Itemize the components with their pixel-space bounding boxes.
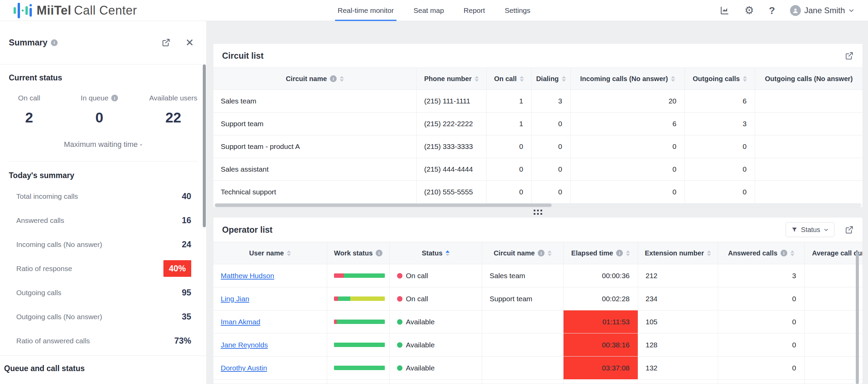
stat-row: Answered calls 16	[0, 208, 206, 232]
status-filter-button[interactable]: Status	[786, 222, 834, 237]
summary-info-icon[interactable]: i	[51, 39, 58, 46]
user-link[interactable]: Dorothy Austin	[221, 364, 267, 372]
summary-header: Summary i ✕	[0, 21, 206, 64]
col-header-incoming-no-answer[interactable]: Incoming calls (No answer)	[571, 68, 685, 90]
col-header-work-status[interactable]: Work status i	[327, 242, 390, 264]
circuit-list-popout-icon[interactable]	[845, 51, 854, 60]
circuit-row: Support team (215) 222-2222 1 0 6 3	[213, 112, 863, 135]
operator-vertical-scrollbar[interactable]	[856, 252, 859, 384]
status-dot	[397, 319, 402, 325]
col-header-average-call-duration[interactable]: Average call duration	[805, 242, 863, 264]
user-name: Jane Smith	[804, 6, 845, 15]
work-status-bar	[334, 296, 385, 301]
elapsed-time-cell: 00:02:28	[564, 287, 638, 310]
stat-row: Total incoming calls 40	[0, 184, 206, 208]
user-link[interactable]: Jane Reynolds	[221, 341, 268, 349]
tab-report[interactable]: Report	[463, 0, 485, 21]
settings-gear-icon[interactable]: ⚙	[745, 4, 754, 17]
waveform-logo-icon	[14, 2, 32, 19]
summary-sidebar: Summary i ✕ Current status On call 2 In …	[0, 21, 206, 384]
metric-on-call: On call 2	[9, 94, 50, 126]
chevron-down-icon	[824, 227, 829, 232]
answered-calls-info-icon[interactable]: i	[781, 250, 787, 256]
circuit-list-header: Circuit list	[213, 44, 863, 68]
operator-row: Dorothy Austin Available 03:37:08 132 0	[213, 356, 863, 379]
col-header-on-call[interactable]: On call	[487, 68, 532, 90]
col-header-status[interactable]: Status	[390, 242, 482, 264]
user-link[interactable]: Ling Jian	[221, 295, 249, 303]
operator-row: Jane Reynolds Available 00:38:16 128 0	[213, 333, 863, 356]
summary-content: Current status On call 2 In queuei 0 Ava…	[0, 64, 206, 373]
in-queue-info-icon[interactable]: i	[111, 95, 118, 101]
circuit-row: Technical support (210) 555-5555 0 0 0 0	[213, 180, 863, 203]
summary-close-icon[interactable]: ✕	[185, 38, 194, 48]
help-icon[interactable]: ?	[769, 5, 775, 16]
col-header-user-name[interactable]: User name	[213, 242, 327, 264]
elapsed-time-alert-cell: 03:37:08	[564, 357, 638, 379]
panel-resize-handle[interactable]	[213, 208, 863, 216]
sort-icon	[548, 250, 552, 256]
metric-on-call-value: 2	[9, 110, 50, 126]
sort-icon	[626, 250, 630, 256]
sort-icon	[475, 76, 479, 82]
col-header-elapsed-time[interactable]: Elapsed time i	[564, 242, 638, 264]
operator-list-panel: Operator list Status	[213, 217, 863, 384]
elapsed-time-alert-cell: 00:38:16	[564, 333, 638, 356]
elapsed-time-cell: 00:00:36	[564, 264, 638, 287]
status-dot	[397, 296, 402, 302]
status-dot	[397, 365, 402, 371]
circuit-list-title: Circuit list	[222, 51, 263, 61]
ratio-of-response-badge: 40%	[163, 260, 191, 277]
col-header-extension-number[interactable]: Extension number	[638, 242, 718, 264]
user-link[interactable]: Iman Akmad	[221, 318, 260, 326]
col-header-phone-number[interactable]: Phone number	[417, 68, 487, 90]
col-header-outgoing-calls[interactable]: Outgoing calls	[685, 68, 755, 90]
operator-table-header-row: User name Work status i Status Circuit n…	[213, 242, 863, 264]
tab-seat-map[interactable]: Seat map	[413, 0, 444, 21]
summary-popout-icon[interactable]	[161, 38, 171, 47]
user-menu[interactable]: Jane Smith	[790, 5, 854, 16]
work-status-bar	[334, 273, 385, 278]
app-title: MiiTelCall Center	[37, 3, 137, 18]
circuit-name-info-icon[interactable]: i	[330, 75, 337, 82]
col-header-circuit-name[interactable]: Circuit name i	[482, 242, 564, 264]
work-status-info-icon[interactable]: i	[376, 250, 382, 256]
tab-real-time-monitor[interactable]: Real-time monitor	[338, 0, 394, 21]
metric-available-users: Available users 22	[149, 94, 197, 126]
metric-in-queue: In queuei 0	[79, 94, 120, 126]
elapsed-time-alert-cell: 01:11:53	[564, 310, 638, 333]
circuit-table-header-row: Circuit name i Phone number On call Dial…	[213, 68, 863, 90]
col-header-outgoing-no-answer[interactable]: Outgoing calls (No answer)	[755, 68, 863, 90]
todays-summary-stats: Total incoming calls 40 Answered calls 1…	[0, 180, 206, 353]
filter-funnel-icon	[791, 227, 797, 233]
sort-icon	[743, 76, 747, 82]
tab-settings[interactable]: Settings	[505, 0, 530, 21]
analytics-chart-icon[interactable]	[719, 5, 730, 16]
top-navigation-bar: MiiTelCall Center Real-time monitor Seat…	[0, 0, 868, 21]
sidebar-scrollbar[interactable]	[203, 64, 206, 227]
operator-list-popout-icon[interactable]	[845, 225, 854, 234]
col-header-circuit-name[interactable]: Circuit name i	[213, 68, 417, 90]
sort-icon	[340, 76, 344, 82]
operator-row-partial	[213, 379, 863, 384]
drag-dots-icon	[534, 210, 542, 215]
operator-row: Ling Jian On call Support team 00:02:28 …	[213, 287, 863, 310]
current-status-metrics: On call 2 In queuei 0 Available users 22	[0, 82, 206, 126]
elapsed-time-info-icon[interactable]: i	[616, 250, 623, 256]
col-header-dialing[interactable]: Dialing	[532, 68, 571, 90]
status-dot	[397, 273, 402, 279]
circuit-horizontal-scrollbar	[214, 203, 862, 207]
app-logo[interactable]: MiiTelCall Center	[14, 2, 137, 19]
main-tabs: Real-time monitor Seat map Report Settin…	[338, 0, 531, 21]
circuit-name-info-icon[interactable]: i	[538, 250, 545, 256]
user-avatar	[790, 5, 801, 16]
stat-row: Incoming calls (No answer) 24	[0, 232, 206, 256]
operator-list-header: Operator list Status	[213, 217, 863, 242]
queue-and-call-status-heading: Queue and call status	[0, 356, 206, 373]
circuit-list-panel: Circuit list Circuit name i Phone	[213, 43, 863, 208]
user-link[interactable]: Matthew Hudson	[221, 272, 274, 280]
col-header-answered-calls[interactable]: Answered calls i	[718, 242, 805, 264]
sort-icon	[287, 250, 291, 256]
circuit-horizontal-scrollbar-thumb[interactable]	[215, 204, 552, 207]
sort-icon	[707, 250, 711, 256]
